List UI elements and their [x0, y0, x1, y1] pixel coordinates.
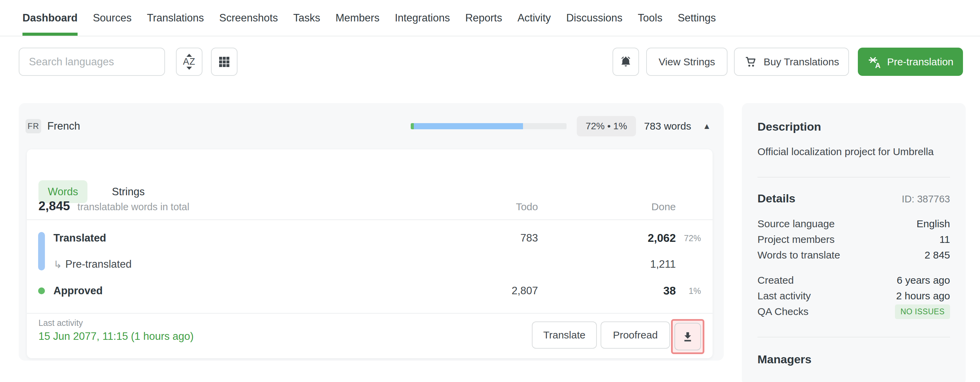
stats-row-pre-translated: ↳ Pre-translated 1,211 [27, 251, 713, 278]
progress-percent-badge: 72% • 1% [577, 116, 636, 137]
sort-alphabetical-button[interactable]: AZ [176, 48, 202, 76]
detail-label: Created [757, 274, 794, 286]
download-button[interactable] [675, 323, 701, 350]
sort-alpha-icon: AZ [183, 57, 196, 66]
tab-reports[interactable]: Reports [465, 0, 502, 36]
total-words-row: 2,845 translatable words in total [38, 199, 189, 213]
details-rows: Source language English Project members … [757, 216, 950, 263]
divider [757, 177, 950, 178]
description-title: Description [757, 119, 950, 134]
done-value: 2,062 [648, 232, 676, 245]
project-id: ID: 387763 [902, 194, 950, 205]
row-label: Pre-translated [65, 258, 132, 271]
column-header-done: Done [651, 201, 676, 213]
shopping-cart-icon [744, 55, 757, 69]
last-activity-link[interactable]: 15 Jun 2077, 11:15 (1 hours ago) [38, 330, 194, 342]
tab-discussions[interactable]: Discussions [566, 0, 622, 36]
total-words-value: 2,845 [38, 199, 70, 213]
done-value: 1,211 [650, 258, 676, 271]
todo-value: 783 [520, 232, 538, 244]
managers-title: Managers [757, 352, 950, 366]
collapse-icon[interactable]: ▲ [703, 122, 711, 130]
detail-row-qa-checks: QA Checks NO ISSUES [757, 304, 950, 319]
subitem-arrow-icon: ↳ [53, 258, 62, 271]
tab-integrations[interactable]: Integrations [395, 0, 450, 36]
done-value: 38 [663, 284, 676, 297]
progress-translated-segment [414, 123, 523, 129]
todo-value: 2,807 [511, 285, 538, 297]
view-strings-label: View Strings [659, 56, 715, 68]
pre-translation-label: Pre-translation [887, 56, 953, 68]
search-languages-input[interactable] [19, 48, 165, 76]
view-strings-button[interactable]: View Strings [646, 48, 727, 76]
tab-tools[interactable]: Tools [638, 0, 662, 36]
tab-dashboard[interactable]: Dashboard [22, 0, 78, 36]
detail-row-source-language: Source language English [757, 216, 950, 232]
detail-value: 11 [940, 234, 950, 245]
tab-screenshots[interactable]: Screenshots [219, 0, 278, 36]
column-header-todo: Todo [516, 201, 538, 213]
stats-row-translated: Translated 783 2,062 72% [27, 225, 713, 251]
qa-status-badge[interactable]: NO ISSUES [895, 304, 950, 319]
translate-button[interactable]: Translate [532, 322, 597, 349]
pre-translation-button[interactable]: A Pre-translation [858, 48, 963, 76]
notifications-button[interactable] [612, 48, 639, 76]
toolbar: AZ View Strings Buy Translations [0, 48, 980, 76]
grid-view-icon [218, 55, 231, 69]
total-words-label: translatable words in total [78, 201, 189, 213]
detail-label: Words to translate [757, 249, 840, 261]
divider [27, 313, 713, 314]
detail-value: 6 years ago [897, 274, 950, 286]
detail-row-last-activity: Last activity 2 hours ago [757, 288, 950, 304]
detail-label: Source language [757, 218, 835, 229]
details-rows-secondary: Created 6 years ago Last activity 2 hour… [757, 272, 950, 319]
row-label: Translated [53, 232, 106, 244]
tab-members[interactable]: Members [336, 0, 379, 36]
language-code-badge: FR [25, 119, 41, 133]
download-button-highlight [671, 319, 705, 354]
tab-settings[interactable]: Settings [678, 0, 716, 36]
detail-label: QA Checks [757, 306, 808, 317]
progress-approved-segment [411, 123, 414, 129]
detail-row-project-members: Project members 11 [757, 232, 950, 247]
detail-label: Last activity [757, 290, 811, 302]
divider [27, 220, 713, 220]
divider [757, 337, 950, 337]
detail-value: English [917, 218, 950, 229]
description-text: Official localization project for Umbrel… [757, 145, 950, 159]
tab-tasks[interactable]: Tasks [293, 0, 320, 36]
language-stats-panel: Words Strings 2,845 translatable words i… [27, 149, 713, 358]
language-card-header: FR French 72% • 1% 783 words ▲ [19, 103, 724, 149]
download-icon [681, 330, 695, 344]
svg-text:A: A [875, 61, 881, 69]
details-title: Details [757, 191, 795, 205]
percent-value: 1% [676, 286, 701, 296]
detail-label: Project members [757, 234, 835, 245]
pre-translation-icon: A [867, 54, 882, 69]
tab-sources[interactable]: Sources [93, 0, 132, 36]
detail-row-created: Created 6 years ago [757, 272, 950, 288]
project-nav: Dashboard Sources Translations Screensho… [0, 0, 980, 37]
proofread-button[interactable]: Proofread [601, 322, 670, 349]
stats-row-approved: Approved 2,807 38 1% [27, 278, 713, 304]
sort-desc-icon [186, 67, 192, 70]
language-name[interactable]: French [47, 120, 80, 132]
last-activity-label: Last activity [38, 318, 83, 328]
buy-translations-label: Buy Translations [764, 56, 839, 68]
detail-value: 2 845 [924, 249, 950, 261]
grid-view-button[interactable] [211, 48, 237, 76]
detail-row-words-to-translate: Words to translate 2 845 [757, 247, 950, 263]
tab-activity[interactable]: Activity [517, 0, 551, 36]
buy-translations-button[interactable]: Buy Translations [734, 48, 849, 76]
language-card-french: FR French 72% • 1% 783 words ▲ Words Str… [19, 103, 724, 361]
row-label: Approved [53, 285, 103, 297]
bell-icon [619, 55, 633, 69]
percent-value: 72% [676, 233, 701, 243]
tab-translations[interactable]: Translations [147, 0, 204, 36]
translation-progress-bar [411, 123, 566, 129]
words-remaining: 783 words [644, 120, 691, 132]
project-info-sidebar: Description Official localization projec… [742, 103, 966, 382]
detail-value: 2 hours ago [896, 290, 950, 302]
